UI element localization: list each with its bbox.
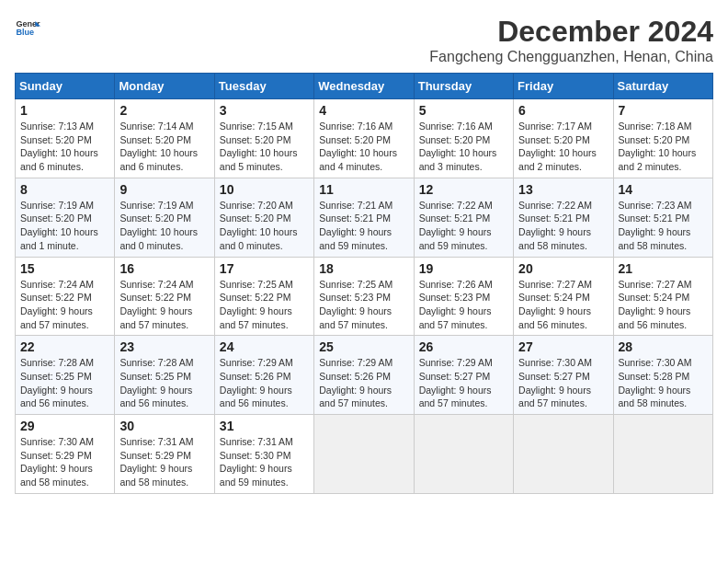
- cell-info: Sunrise: 7:31 AMSunset: 5:30 PMDaylight:…: [220, 435, 309, 489]
- day-number: 9: [119, 182, 209, 197]
- logo: General Blue: [15, 15, 40, 40]
- day-number: 1: [20, 103, 109, 118]
- calendar-cell: 7Sunrise: 7:18 AMSunset: 5:20 PMDaylight…: [613, 99, 712, 178]
- cell-info: Sunrise: 7:24 AMSunset: 5:22 PMDaylight:…: [20, 278, 109, 332]
- calendar-cell: 13Sunrise: 7:22 AMSunset: 5:21 PMDayligh…: [514, 178, 613, 257]
- calendar-cell: 12Sunrise: 7:22 AMSunset: 5:21 PMDayligh…: [414, 178, 513, 257]
- cell-info: Sunrise: 7:19 AMSunset: 5:20 PMDaylight:…: [119, 199, 209, 253]
- month-title: December 2024: [429, 15, 713, 49]
- title-area: December 2024 Fangcheng Chengguanzhen, H…: [429, 15, 713, 65]
- cell-info: Sunrise: 7:30 AMSunset: 5:27 PMDaylight:…: [518, 356, 608, 410]
- cell-info: Sunrise: 7:21 AMSunset: 5:21 PMDaylight:…: [319, 199, 408, 253]
- calendar-cell: 28Sunrise: 7:30 AMSunset: 5:28 PMDayligh…: [613, 336, 712, 415]
- header-tuesday: Tuesday: [214, 74, 313, 99]
- calendar-cell: 6Sunrise: 7:17 AMSunset: 5:20 PMDaylight…: [514, 99, 613, 178]
- calendar-cell: 4Sunrise: 7:16 AMSunset: 5:20 PMDaylight…: [314, 99, 414, 178]
- cell-info: Sunrise: 7:15 AMSunset: 5:20 PMDaylight:…: [220, 120, 309, 174]
- calendar-cell: 21Sunrise: 7:27 AMSunset: 5:24 PMDayligh…: [613, 257, 712, 336]
- calendar-cell: 18Sunrise: 7:25 AMSunset: 5:23 PMDayligh…: [314, 257, 414, 336]
- calendar-cell: 1Sunrise: 7:13 AMSunset: 5:20 PMDaylight…: [16, 99, 115, 178]
- calendar-cell: 3Sunrise: 7:15 AMSunset: 5:20 PMDaylight…: [214, 99, 313, 178]
- day-number: 8: [20, 182, 109, 197]
- cell-info: Sunrise: 7:25 AMSunset: 5:22 PMDaylight:…: [220, 278, 309, 332]
- calendar-cell: 11Sunrise: 7:21 AMSunset: 5:21 PMDayligh…: [314, 178, 414, 257]
- cell-info: Sunrise: 7:13 AMSunset: 5:20 PMDaylight:…: [20, 120, 109, 174]
- header-sunday: Sunday: [16, 74, 115, 99]
- day-number: 6: [518, 103, 608, 118]
- day-number: 2: [119, 103, 209, 118]
- day-number: 18: [319, 261, 408, 276]
- day-number: 15: [20, 261, 109, 276]
- calendar-cell: 17Sunrise: 7:25 AMSunset: 5:22 PMDayligh…: [214, 257, 313, 336]
- header-monday: Monday: [115, 74, 214, 99]
- day-number: 25: [319, 339, 408, 354]
- calendar-table: SundayMondayTuesdayWednesdayThursdayFrid…: [15, 73, 713, 494]
- day-number: 14: [619, 182, 708, 197]
- calendar-cell: 19Sunrise: 7:26 AMSunset: 5:23 PMDayligh…: [414, 257, 513, 336]
- cell-info: Sunrise: 7:17 AMSunset: 5:20 PMDaylight:…: [518, 120, 608, 174]
- calendar-cell: 14Sunrise: 7:23 AMSunset: 5:21 PMDayligh…: [613, 178, 712, 257]
- cell-info: Sunrise: 7:22 AMSunset: 5:21 PMDaylight:…: [518, 199, 608, 253]
- calendar-cell: [613, 415, 712, 494]
- calendar-cell: 15Sunrise: 7:24 AMSunset: 5:22 PMDayligh…: [16, 257, 115, 336]
- cell-info: Sunrise: 7:28 AMSunset: 5:25 PMDaylight:…: [20, 356, 109, 410]
- calendar-cell: 25Sunrise: 7:29 AMSunset: 5:26 PMDayligh…: [314, 336, 414, 415]
- cell-info: Sunrise: 7:16 AMSunset: 5:20 PMDaylight:…: [319, 120, 408, 174]
- day-number: 12: [419, 182, 508, 197]
- calendar-header-row: SundayMondayTuesdayWednesdayThursdayFrid…: [16, 74, 713, 99]
- header-wednesday: Wednesday: [314, 74, 414, 99]
- calendar-week-1: 1Sunrise: 7:13 AMSunset: 5:20 PMDaylight…: [16, 99, 713, 178]
- day-number: 17: [220, 261, 309, 276]
- day-number: 23: [119, 339, 209, 354]
- cell-info: Sunrise: 7:18 AMSunset: 5:20 PMDaylight:…: [619, 120, 708, 174]
- calendar-cell: 2Sunrise: 7:14 AMSunset: 5:20 PMDaylight…: [115, 99, 214, 178]
- calendar-cell: 26Sunrise: 7:29 AMSunset: 5:27 PMDayligh…: [414, 336, 513, 415]
- day-number: 20: [518, 261, 608, 276]
- cell-info: Sunrise: 7:26 AMSunset: 5:23 PMDaylight:…: [419, 278, 508, 332]
- day-number: 4: [319, 103, 408, 118]
- day-number: 11: [319, 182, 408, 197]
- day-number: 10: [220, 182, 309, 197]
- day-number: 27: [518, 339, 608, 354]
- day-number: 3: [220, 103, 309, 118]
- day-number: 29: [20, 419, 109, 433]
- calendar-cell: 23Sunrise: 7:28 AMSunset: 5:25 PMDayligh…: [115, 336, 214, 415]
- header-saturday: Saturday: [613, 74, 712, 99]
- calendar-cell: 27Sunrise: 7:30 AMSunset: 5:27 PMDayligh…: [514, 336, 613, 415]
- day-number: 22: [20, 339, 109, 354]
- day-number: 13: [518, 182, 608, 197]
- svg-text:Blue: Blue: [16, 28, 34, 37]
- cell-info: Sunrise: 7:24 AMSunset: 5:22 PMDaylight:…: [119, 278, 209, 332]
- cell-info: Sunrise: 7:25 AMSunset: 5:23 PMDaylight:…: [319, 278, 408, 332]
- calendar-cell: 30Sunrise: 7:31 AMSunset: 5:29 PMDayligh…: [115, 415, 214, 494]
- calendar-cell: 22Sunrise: 7:28 AMSunset: 5:25 PMDayligh…: [16, 336, 115, 415]
- cell-info: Sunrise: 7:31 AMSunset: 5:29 PMDaylight:…: [119, 435, 209, 489]
- calendar-week-4: 22Sunrise: 7:28 AMSunset: 5:25 PMDayligh…: [16, 336, 713, 415]
- location-title: Fangcheng Chengguanzhen, Henan, China: [429, 49, 713, 65]
- logo-icon: General Blue: [15, 15, 40, 40]
- calendar-cell: 20Sunrise: 7:27 AMSunset: 5:24 PMDayligh…: [514, 257, 613, 336]
- header-thursday: Thursday: [414, 74, 513, 99]
- day-number: 28: [619, 339, 708, 354]
- calendar-cell: 24Sunrise: 7:29 AMSunset: 5:26 PMDayligh…: [214, 336, 313, 415]
- cell-info: Sunrise: 7:19 AMSunset: 5:20 PMDaylight:…: [20, 199, 109, 253]
- calendar-cell: 10Sunrise: 7:20 AMSunset: 5:20 PMDayligh…: [214, 178, 313, 257]
- calendar-cell: [314, 415, 414, 494]
- cell-info: Sunrise: 7:28 AMSunset: 5:25 PMDaylight:…: [119, 356, 209, 410]
- day-number: 30: [119, 419, 209, 433]
- calendar-week-5: 29Sunrise: 7:30 AMSunset: 5:29 PMDayligh…: [16, 415, 713, 494]
- cell-info: Sunrise: 7:29 AMSunset: 5:26 PMDaylight:…: [220, 356, 309, 410]
- calendar-cell: [514, 415, 613, 494]
- cell-info: Sunrise: 7:22 AMSunset: 5:21 PMDaylight:…: [419, 199, 508, 253]
- calendar-week-3: 15Sunrise: 7:24 AMSunset: 5:22 PMDayligh…: [16, 257, 713, 336]
- calendar-week-2: 8Sunrise: 7:19 AMSunset: 5:20 PMDaylight…: [16, 178, 713, 257]
- cell-info: Sunrise: 7:27 AMSunset: 5:24 PMDaylight:…: [619, 278, 708, 332]
- day-number: 5: [419, 103, 508, 118]
- day-number: 19: [419, 261, 508, 276]
- cell-info: Sunrise: 7:27 AMSunset: 5:24 PMDaylight:…: [518, 278, 608, 332]
- calendar-cell: 8Sunrise: 7:19 AMSunset: 5:20 PMDaylight…: [16, 178, 115, 257]
- day-number: 16: [119, 261, 209, 276]
- day-number: 21: [619, 261, 708, 276]
- cell-info: Sunrise: 7:30 AMSunset: 5:28 PMDaylight:…: [619, 356, 708, 410]
- day-number: 7: [619, 103, 708, 118]
